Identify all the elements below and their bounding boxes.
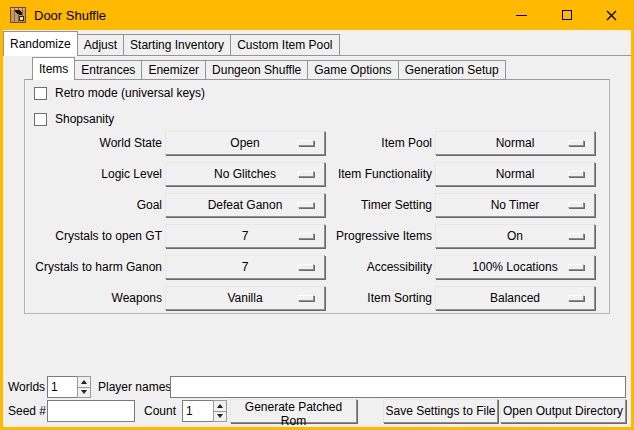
player-names-input[interactable] — [170, 376, 626, 398]
dropdown-indicator-icon — [568, 171, 584, 177]
logic-level-label: Logic Level — [21, 162, 162, 186]
worlds-input[interactable] — [47, 376, 77, 398]
door-icon — [10, 7, 26, 23]
worlds-label: Worlds — [8, 376, 45, 398]
generate-patched-rom-button[interactable]: Generate Patched Rom — [230, 399, 357, 423]
world-state-dropdown[interactable]: Open — [165, 131, 325, 155]
item-sorting-label: Item Sorting — [305, 286, 432, 310]
app-window: Door Shuffle Randomize Adjust Starting I… — [0, 0, 634, 430]
tab-entrances[interactable]: Entrances — [74, 60, 142, 80]
seed-input[interactable] — [47, 400, 135, 422]
tab-dungeon-shuffle[interactable]: Dungeon Shuffle — [205, 60, 308, 80]
spinner-down-icon — [81, 390, 87, 394]
tab-randomize[interactable]: Randomize — [3, 31, 78, 56]
tab-enemizer[interactable]: Enemizer — [141, 60, 206, 80]
logic-level-dropdown[interactable]: No Glitches — [165, 162, 325, 186]
dropdown-indicator-icon — [568, 202, 584, 208]
retro-mode-checkbox[interactable] — [34, 87, 47, 100]
progressive-items-label: Progressive Items — [305, 224, 432, 248]
close-icon — [606, 10, 617, 21]
dropdown-indicator-icon — [568, 295, 584, 301]
tab-adjust[interactable]: Adjust — [77, 34, 124, 56]
tab-game-options[interactable]: Game Options — [307, 60, 398, 80]
seed-label: Seed # — [8, 400, 46, 422]
progressive-items-dropdown[interactable]: On — [435, 224, 595, 248]
weapons-dropdown[interactable]: Vanilla — [165, 286, 325, 310]
count-spinbox — [182, 400, 227, 422]
save-settings-button[interactable]: Save Settings to File — [383, 399, 498, 423]
open-output-directory-button[interactable]: Open Output Directory — [500, 399, 626, 423]
maximize-button[interactable] — [544, 0, 589, 30]
tab-starting-inventory[interactable]: Starting Inventory — [123, 34, 231, 56]
worlds-spin-buttons — [77, 376, 91, 398]
minimize-button[interactable] — [499, 0, 544, 30]
item-functionality-dropdown[interactable]: Normal — [435, 162, 595, 186]
crystals-gt-dropdown[interactable]: 7 — [165, 224, 325, 248]
retro-mode-row: Retro mode (universal keys) — [34, 86, 205, 100]
dropdown-indicator-icon — [568, 233, 584, 239]
goal-dropdown[interactable]: Defeat Ganon — [165, 193, 325, 217]
crystals-ganon-dropdown[interactable]: 7 — [165, 255, 325, 279]
shopsanity-row: Shopsanity — [34, 112, 114, 126]
window-title: Door Shuffle — [34, 8, 106, 23]
count-spin-up-button[interactable] — [213, 400, 227, 412]
worlds-spin-up-button[interactable] — [77, 376, 91, 388]
world-state-label: World State — [21, 131, 162, 155]
count-spin-buttons — [213, 400, 227, 422]
item-functionality-label: Item Functionality — [305, 162, 432, 186]
tab-generation-setup[interactable]: Generation Setup — [398, 60, 506, 80]
close-button[interactable] — [589, 0, 634, 30]
shopsanity-label: Shopsanity — [55, 112, 114, 126]
dropdown-indicator-icon — [568, 140, 584, 146]
worlds-spinbox — [47, 376, 91, 398]
item-pool-dropdown[interactable]: Normal — [435, 131, 595, 155]
goal-label: Goal — [21, 193, 162, 217]
accessibility-dropdown[interactable]: 100% Locations — [435, 255, 595, 279]
window-controls — [499, 0, 634, 30]
retro-mode-label: Retro mode (universal keys) — [55, 86, 205, 100]
maximize-icon — [562, 10, 572, 20]
shopsanity-checkbox[interactable] — [34, 113, 47, 126]
count-label: Count — [144, 400, 176, 422]
crystals-ganon-label: Crystals to harm Ganon — [21, 255, 162, 279]
title-bar[interactable]: Door Shuffle — [0, 0, 634, 30]
player-names-label: Player names — [98, 376, 171, 398]
crystals-gt-label: Crystals to open GT — [21, 224, 162, 248]
dropdown-indicator-icon — [568, 264, 584, 270]
spinner-down-icon — [217, 414, 223, 418]
count-spin-down-button[interactable] — [213, 412, 227, 423]
item-sorting-dropdown[interactable]: Balanced — [435, 286, 595, 310]
worlds-spin-down-button[interactable] — [77, 388, 91, 399]
client-area: Randomize Adjust Starting Inventory Cust… — [3, 30, 631, 427]
timer-setting-label: Timer Setting — [305, 193, 432, 217]
item-pool-label: Item Pool — [305, 131, 432, 155]
main-tab-bar: Randomize Adjust Starting Inventory Cust… — [3, 30, 339, 56]
spinner-up-icon — [81, 380, 87, 384]
timer-setting-dropdown[interactable]: No Timer — [435, 193, 595, 217]
count-input[interactable] — [182, 400, 213, 422]
weapons-label: Weapons — [21, 286, 162, 310]
spinner-up-icon — [217, 404, 223, 408]
tab-items[interactable]: Items — [32, 57, 75, 80]
tab-custom-item-pool[interactable]: Custom Item Pool — [230, 34, 339, 56]
accessibility-label: Accessibility — [305, 255, 432, 279]
minimize-icon — [516, 15, 527, 16]
sub-tab-bar: Items Entrances Enemizer Dungeon Shuffle… — [32, 57, 505, 80]
